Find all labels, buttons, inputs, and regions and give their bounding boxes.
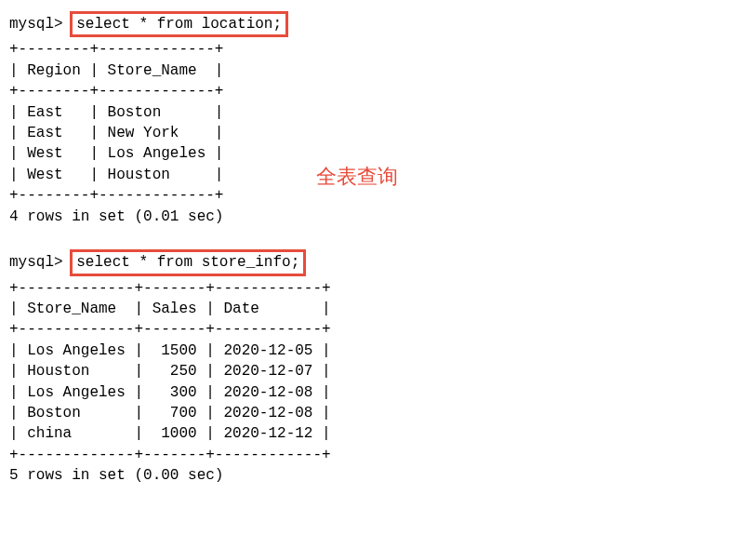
mysql-prompt-line-1: mysql> select * from location;	[9, 11, 747, 37]
table2-row: | Los Angeles | 300 | 2020-12-08 |	[9, 382, 747, 403]
mysql-prompt: mysql>	[9, 16, 63, 33]
table1-row: | East | New York |	[9, 123, 747, 143]
table2-row: | Houston | 250 | 2020-12-07 |	[9, 361, 747, 381]
table1-row: | West | Los Angeles |	[9, 143, 747, 164]
table2-border-bottom: +-------------+-------+------------+	[9, 445, 747, 465]
table1-border-top: +--------+-------------+	[9, 39, 747, 60]
table2-row: | china | 1000 | 2020-12-12 |	[9, 423, 747, 444]
table1-footer: 4 rows in set (0.01 sec)	[9, 207, 747, 227]
sql-query-2: select * from store_info;	[76, 254, 299, 271]
table2-border-top: +-------------+-------+------------+	[9, 278, 747, 299]
table2-border-mid: +-------------+-------+------------+	[9, 319, 747, 340]
table2-header: | Store_Name | Sales | Date |	[9, 299, 747, 319]
mysql-prompt: mysql>	[9, 254, 63, 271]
query-highlight-2: select * from store_info;	[70, 249, 306, 275]
table1-border-mid: +--------+-------------+	[9, 81, 747, 101]
table2-footer: 5 rows in set (0.00 sec)	[9, 465, 747, 486]
table1-header: | Region | Store_Name |	[9, 60, 747, 81]
annotation-label: 全表查询	[316, 163, 398, 192]
query-highlight-1: select * from location;	[70, 11, 288, 37]
table2-row: | Boston | 700 | 2020-12-08 |	[9, 403, 747, 423]
mysql-prompt-line-2: mysql> select * from store_info;	[9, 249, 747, 275]
sql-query-1: select * from location;	[76, 16, 282, 33]
table1-row: | East | Boston |	[9, 102, 747, 123]
table2-row: | Los Angeles | 1500 | 2020-12-05 |	[9, 341, 747, 361]
